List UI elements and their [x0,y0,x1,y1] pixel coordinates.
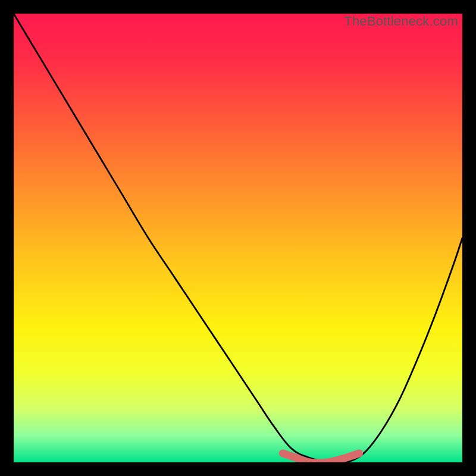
plot-area: TheBottleneck.com [14,14,462,462]
chart-frame: TheBottleneck.com [0,0,476,476]
chart-curves [14,14,462,462]
bottleneck-curve [14,14,462,462]
watermark-text: TheBottleneck.com [344,14,458,29]
highlight-band [283,453,359,462]
